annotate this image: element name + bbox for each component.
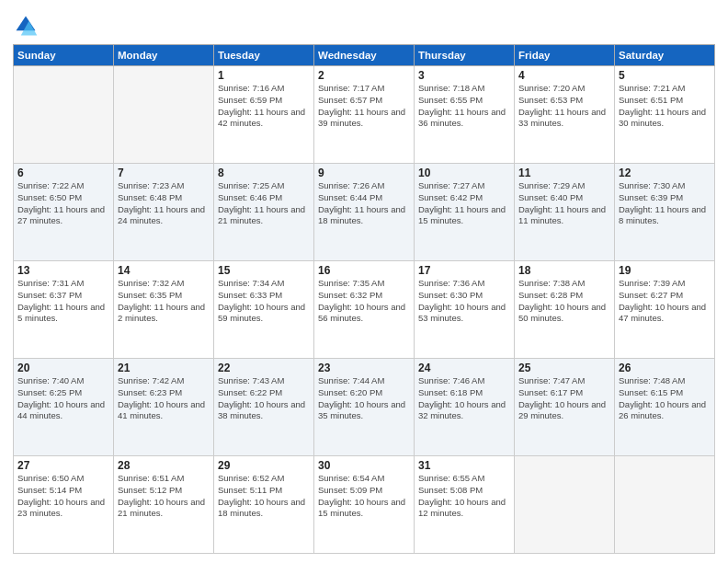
calendar-cell: 10Sunrise: 7:27 AM Sunset: 6:42 PM Dayli… (415, 164, 515, 261)
day-number: 13 (17, 264, 109, 277)
day-detail: Sunrise: 7:46 AM Sunset: 6:18 PM Dayligh… (418, 375, 510, 422)
calendar-cell: 27Sunrise: 6:50 AM Sunset: 5:14 PM Dayli… (14, 456, 114, 554)
weekday-header-friday: Friday (515, 45, 615, 66)
day-detail: Sunrise: 7:18 AM Sunset: 6:55 PM Dayligh… (418, 83, 510, 130)
day-detail: Sunrise: 7:27 AM Sunset: 6:42 PM Dayligh… (418, 180, 510, 227)
calendar-cell (114, 66, 214, 164)
calendar-table: SundayMondayTuesdayWednesdayThursdayFrid… (13, 44, 715, 554)
weekday-header-saturday: Saturday (615, 45, 715, 66)
calendar-cell: 13Sunrise: 7:31 AM Sunset: 6:37 PM Dayli… (14, 261, 114, 359)
day-number: 9 (318, 167, 410, 179)
day-detail: Sunrise: 7:26 AM Sunset: 6:44 PM Dayligh… (318, 180, 410, 227)
day-detail: Sunrise: 7:17 AM Sunset: 6:57 PM Dayligh… (318, 83, 410, 130)
weekday-header-sunday: Sunday (14, 45, 114, 66)
day-detail: Sunrise: 7:23 AM Sunset: 6:48 PM Dayligh… (118, 180, 210, 227)
calendar-cell: 18Sunrise: 7:38 AM Sunset: 6:28 PM Dayli… (515, 261, 615, 359)
day-number: 10 (418, 167, 510, 179)
calendar-cell: 8Sunrise: 7:25 AM Sunset: 6:46 PM Daylig… (214, 164, 314, 261)
day-detail: Sunrise: 6:54 AM Sunset: 5:09 PM Dayligh… (318, 473, 410, 520)
day-number: 28 (118, 459, 210, 472)
day-number: 17 (418, 264, 510, 277)
day-number: 30 (318, 459, 410, 472)
day-detail: Sunrise: 7:29 AM Sunset: 6:40 PM Dayligh… (518, 180, 610, 227)
week-row-1: 6Sunrise: 7:22 AM Sunset: 6:50 PM Daylig… (14, 164, 715, 261)
day-number: 14 (118, 264, 210, 277)
day-detail: Sunrise: 6:50 AM Sunset: 5:14 PM Dayligh… (17, 473, 109, 520)
calendar-cell: 23Sunrise: 7:44 AM Sunset: 6:20 PM Dayli… (314, 359, 415, 456)
calendar-cell: 19Sunrise: 7:39 AM Sunset: 6:27 PM Dayli… (615, 261, 715, 359)
day-number: 15 (218, 264, 310, 277)
calendar-cell: 29Sunrise: 6:52 AM Sunset: 5:11 PM Dayli… (214, 456, 314, 554)
header (13, 9, 715, 39)
calendar-cell: 28Sunrise: 6:51 AM Sunset: 5:12 PM Dayli… (114, 456, 214, 554)
day-detail: Sunrise: 6:55 AM Sunset: 5:08 PM Dayligh… (418, 473, 510, 520)
calendar-cell: 21Sunrise: 7:42 AM Sunset: 6:23 PM Dayli… (114, 359, 214, 456)
calendar-cell: 30Sunrise: 6:54 AM Sunset: 5:09 PM Dayli… (314, 456, 415, 554)
calendar-cell: 14Sunrise: 7:32 AM Sunset: 6:35 PM Dayli… (114, 261, 214, 359)
calendar-cell: 11Sunrise: 7:29 AM Sunset: 6:40 PM Dayli… (515, 164, 615, 261)
calendar-cell: 26Sunrise: 7:48 AM Sunset: 6:15 PM Dayli… (615, 359, 715, 456)
day-number: 18 (518, 264, 610, 277)
day-number: 25 (518, 362, 610, 374)
week-row-2: 13Sunrise: 7:31 AM Sunset: 6:37 PM Dayli… (14, 261, 715, 359)
day-detail: Sunrise: 7:44 AM Sunset: 6:20 PM Dayligh… (318, 375, 410, 422)
day-number: 5 (619, 69, 711, 82)
calendar-cell: 20Sunrise: 7:40 AM Sunset: 6:25 PM Dayli… (14, 359, 114, 456)
day-detail: Sunrise: 7:25 AM Sunset: 6:46 PM Dayligh… (218, 180, 310, 227)
logo-icon (13, 13, 39, 39)
day-number: 6 (17, 167, 109, 179)
week-row-3: 20Sunrise: 7:40 AM Sunset: 6:25 PM Dayli… (14, 359, 715, 456)
day-number: 8 (218, 167, 310, 179)
day-number: 21 (118, 362, 210, 374)
day-detail: Sunrise: 7:39 AM Sunset: 6:27 PM Dayligh… (619, 278, 711, 325)
calendar-cell (615, 456, 715, 554)
day-detail: Sunrise: 7:48 AM Sunset: 6:15 PM Dayligh… (619, 375, 711, 422)
day-number: 31 (418, 459, 510, 472)
weekday-header-row: SundayMondayTuesdayWednesdayThursdayFrid… (14, 45, 715, 66)
day-detail: Sunrise: 7:21 AM Sunset: 6:51 PM Dayligh… (619, 83, 711, 130)
day-detail: Sunrise: 7:47 AM Sunset: 6:17 PM Dayligh… (518, 375, 610, 422)
weekday-header-monday: Monday (114, 45, 214, 66)
day-detail: Sunrise: 7:22 AM Sunset: 6:50 PM Dayligh… (17, 180, 109, 227)
day-number: 11 (518, 167, 610, 179)
day-number: 12 (619, 167, 711, 179)
calendar-cell: 12Sunrise: 7:30 AM Sunset: 6:39 PM Dayli… (615, 164, 715, 261)
calendar-cell (515, 456, 615, 554)
calendar-cell: 22Sunrise: 7:43 AM Sunset: 6:22 PM Dayli… (214, 359, 314, 456)
day-number: 3 (418, 69, 510, 82)
day-detail: Sunrise: 6:51 AM Sunset: 5:12 PM Dayligh… (118, 473, 210, 520)
day-detail: Sunrise: 7:30 AM Sunset: 6:39 PM Dayligh… (619, 180, 711, 227)
logo (13, 13, 42, 39)
day-detail: Sunrise: 7:36 AM Sunset: 6:30 PM Dayligh… (418, 278, 510, 325)
week-row-0: 1Sunrise: 7:16 AM Sunset: 6:59 PM Daylig… (14, 66, 715, 164)
day-number: 24 (418, 362, 510, 374)
day-number: 22 (218, 362, 310, 374)
weekday-header-wednesday: Wednesday (314, 45, 415, 66)
day-number: 1 (218, 69, 310, 82)
day-number: 2 (318, 69, 410, 82)
day-detail: Sunrise: 7:35 AM Sunset: 6:32 PM Dayligh… (318, 278, 410, 325)
week-row-4: 27Sunrise: 6:50 AM Sunset: 5:14 PM Dayli… (14, 456, 715, 554)
day-number: 4 (518, 69, 610, 82)
calendar-cell: 31Sunrise: 6:55 AM Sunset: 5:08 PM Dayli… (415, 456, 515, 554)
calendar-cell: 17Sunrise: 7:36 AM Sunset: 6:30 PM Dayli… (415, 261, 515, 359)
day-detail: Sunrise: 7:32 AM Sunset: 6:35 PM Dayligh… (118, 278, 210, 325)
day-detail: Sunrise: 7:43 AM Sunset: 6:22 PM Dayligh… (218, 375, 310, 422)
calendar-cell: 6Sunrise: 7:22 AM Sunset: 6:50 PM Daylig… (14, 164, 114, 261)
calendar-cell: 9Sunrise: 7:26 AM Sunset: 6:44 PM Daylig… (314, 164, 415, 261)
day-detail: Sunrise: 7:34 AM Sunset: 6:33 PM Dayligh… (218, 278, 310, 325)
calendar-cell (14, 66, 114, 164)
calendar-cell: 25Sunrise: 7:47 AM Sunset: 6:17 PM Dayli… (515, 359, 615, 456)
day-number: 23 (318, 362, 410, 374)
calendar-cell: 3Sunrise: 7:18 AM Sunset: 6:55 PM Daylig… (415, 66, 515, 164)
day-number: 16 (318, 264, 410, 277)
day-number: 26 (619, 362, 711, 374)
calendar-cell: 1Sunrise: 7:16 AM Sunset: 6:59 PM Daylig… (214, 66, 314, 164)
day-detail: Sunrise: 7:38 AM Sunset: 6:28 PM Dayligh… (518, 278, 610, 325)
day-number: 19 (619, 264, 711, 277)
calendar-cell: 15Sunrise: 7:34 AM Sunset: 6:33 PM Dayli… (214, 261, 314, 359)
page: SundayMondayTuesdayWednesdayThursdayFrid… (0, 0, 728, 563)
day-number: 29 (218, 459, 310, 472)
calendar-cell: 5Sunrise: 7:21 AM Sunset: 6:51 PM Daylig… (615, 66, 715, 164)
day-detail: Sunrise: 6:52 AM Sunset: 5:11 PM Dayligh… (218, 473, 310, 520)
